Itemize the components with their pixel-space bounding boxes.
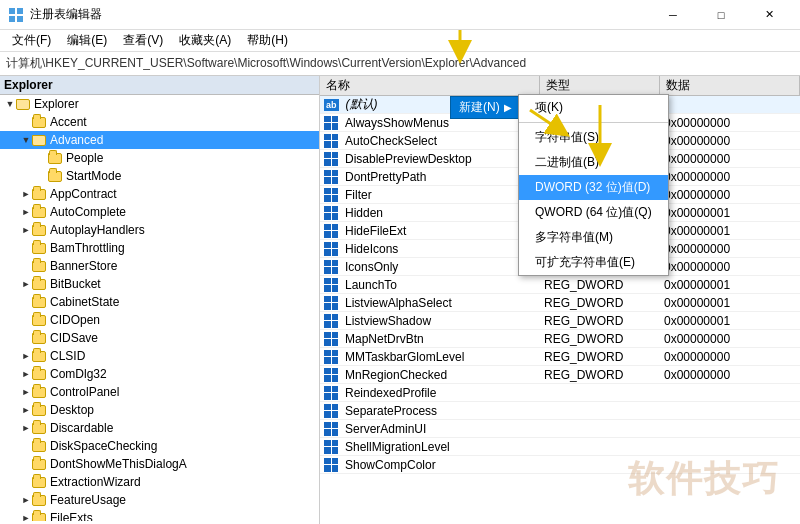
tree-item-advanced[interactable]: ▼ Advanced — [0, 131, 319, 149]
reg-row[interactable]: MapNetDrvBtn REG_DWORD 0x00000000 — [320, 330, 800, 348]
dword-icon — [324, 152, 338, 166]
tree-label: BitBucket — [50, 277, 101, 291]
tree-item-fileexts[interactable]: ► FileExts — [0, 509, 319, 521]
expand-arrow: ► — [20, 423, 32, 433]
menu-file[interactable]: 文件(F) — [4, 30, 59, 51]
svg-rect-0 — [9, 8, 15, 14]
app-icon — [8, 7, 24, 23]
reg-row[interactable]: AutoCheckSelect REG_DWORD 0x00000000 — [320, 132, 800, 150]
tree-label: CLSID — [50, 349, 85, 363]
reg-row[interactable]: ServerAdminUI — [320, 420, 800, 438]
reg-row[interactable]: MMTaskbarGlomLevel REG_DWORD 0x00000000 — [320, 348, 800, 366]
reg-data: 0x00000001 — [660, 314, 800, 328]
folder-icon — [32, 511, 48, 521]
default-row[interactable]: ab (默认) 新建(N) ▶ — [320, 96, 800, 114]
reg-name: Filter — [320, 188, 540, 202]
tree-item-bitbucket[interactable]: ► BitBucket — [0, 275, 319, 293]
reg-row[interactable]: ShellMigrationLevel — [320, 438, 800, 456]
reg-name: ListviewAlphaSelect — [320, 296, 540, 310]
reg-row[interactable]: DisablePreviewDesktop REG_DWORD 0x000000… — [320, 150, 800, 168]
tree-label: Advanced — [50, 133, 103, 147]
title-bar-left: 注册表编辑器 — [8, 6, 102, 23]
new-button[interactable]: 新建(N) ▶ — [450, 96, 521, 119]
reg-row[interactable]: HideIcons REG_DWORD 0x00000000 — [320, 240, 800, 258]
dword-icon — [324, 170, 338, 184]
expand-arrow: ► — [20, 225, 32, 235]
reg-type: REG_DWORD — [540, 134, 660, 148]
tree-item-explorer[interactable]: ▼ Explorer — [0, 95, 319, 113]
reg-data: 0x00000000 — [660, 188, 800, 202]
tree-item-discardable[interactable]: ► Discardable — [0, 419, 319, 437]
folder-icon — [16, 97, 32, 111]
reg-row[interactable]: Hidden REG_DWORD 0x00000001 — [320, 204, 800, 222]
tree-item-appcontract[interactable]: ► AppContract — [0, 185, 319, 203]
menu-favorites[interactable]: 收藏夹(A) — [171, 30, 239, 51]
reg-type: REG_DWORD — [540, 296, 660, 310]
expand-arrow: ► — [20, 189, 32, 199]
tree-item-bannerstore[interactable]: BannerStore — [0, 257, 319, 275]
tree-item-accent[interactable]: Accent — [0, 113, 319, 131]
tree-label: BamThrottling — [50, 241, 125, 255]
reg-row[interactable]: ListviewAlphaSelect REG_DWORD 0x00000001 — [320, 294, 800, 312]
reg-data: 0x00000000 — [660, 260, 800, 274]
menu-edit[interactable]: 编辑(E) — [59, 30, 115, 51]
tree-item-controlpanel[interactable]: ► ControlPanel — [0, 383, 319, 401]
dword-icon — [324, 458, 338, 472]
tree-item-featureusage[interactable]: ► FeatureUsage — [0, 491, 319, 509]
svg-rect-3 — [17, 16, 23, 22]
menu-view[interactable]: 查看(V) — [115, 30, 171, 51]
maximize-button[interactable]: □ — [698, 0, 744, 30]
tree-item-cidopen[interactable]: CIDOpen — [0, 311, 319, 329]
tree-item-desktop[interactable]: ► Desktop — [0, 401, 319, 419]
reg-row[interactable]: ListviewShadow REG_DWORD 0x00000001 — [320, 312, 800, 330]
tree-label: AutoComplete — [50, 205, 126, 219]
reg-row[interactable]: Filter REG_DWORD 0x00000000 — [320, 186, 800, 204]
title-bar: 注册表编辑器 ─ □ ✕ — [0, 0, 800, 30]
reg-row[interactable]: HideFileExt REG_DWORD 0x00000001 — [320, 222, 800, 240]
tree-item-startmode[interactable]: StartMode — [0, 167, 319, 185]
folder-icon — [32, 457, 48, 471]
expand-arrow: ▼ — [20, 135, 32, 145]
tree-item-autocomplete[interactable]: ► AutoComplete — [0, 203, 319, 221]
menu-help[interactable]: 帮助(H) — [239, 30, 296, 51]
reg-row[interactable]: DontPrettyPath REG_DWORD 0x00000000 — [320, 168, 800, 186]
column-headers: 名称 类型 数据 — [320, 76, 800, 96]
dword-icon — [324, 332, 338, 346]
tree-content[interactable]: ▼ Explorer Accent ▼ Advanced People — [0, 95, 319, 521]
dword-icon — [324, 260, 338, 274]
folder-icon — [32, 313, 48, 327]
tree-item-dontshowme[interactable]: DontShowMeThisDialogA — [0, 455, 319, 473]
reg-row[interactable]: SeparateProcess — [320, 402, 800, 420]
tree-item-bamthrottling[interactable]: BamThrottling — [0, 239, 319, 257]
reg-row[interactable]: IconsOnly REG_DWORD 0x00000000 — [320, 258, 800, 276]
close-button[interactable]: ✕ — [746, 0, 792, 30]
reg-row[interactable]: MnRegionChecked REG_DWORD 0x00000000 — [320, 366, 800, 384]
minimize-button[interactable]: ─ — [650, 0, 696, 30]
reg-row[interactable]: ReindexedProfile — [320, 384, 800, 402]
tree-item-autoplayhandlers[interactable]: ► AutoplayHandlers — [0, 221, 319, 239]
tree-item-people[interactable]: People — [0, 149, 319, 167]
tree-item-cidsave[interactable]: CIDSave — [0, 329, 319, 347]
main-content: Explorer ▼ Explorer Accent ▼ Advanced — [0, 76, 800, 524]
reg-row[interactable]: LaunchTo REG_DWORD 0x00000001 — [320, 276, 800, 294]
reg-name: DisablePreviewDesktop — [320, 152, 540, 166]
reg-row[interactable]: AlwaysShowMenus REG_DWORD 0x00000000 — [320, 114, 800, 132]
folder-icon — [32, 439, 48, 453]
tree-label: CIDOpen — [50, 313, 100, 327]
tree-item-comdlg32[interactable]: ► ComDlg32 — [0, 365, 319, 383]
folder-icon — [32, 259, 48, 273]
tree-item-cabinetstate[interactable]: CabinetState — [0, 293, 319, 311]
tree-item-extractionwizard[interactable]: ExtractionWizard — [0, 473, 319, 491]
reg-data: 0x00000000 — [660, 116, 800, 130]
reg-row[interactable]: ShowCompColor — [320, 456, 800, 474]
reg-data: 0x00000000 — [660, 332, 800, 346]
tree-item-diskspacechecking[interactable]: DiskSpaceChecking — [0, 437, 319, 455]
tree-panel: Explorer ▼ Explorer Accent ▼ Advanced — [0, 76, 320, 524]
reg-name: MnRegionChecked — [320, 368, 540, 382]
reg-data: 0x00000001 — [660, 224, 800, 238]
reg-type: REG_DWORD — [540, 278, 660, 292]
tree-item-clsid[interactable]: ► CLSID — [0, 347, 319, 365]
tree-label: People — [66, 151, 103, 165]
folder-icon — [32, 205, 48, 219]
folder-icon — [32, 295, 48, 309]
